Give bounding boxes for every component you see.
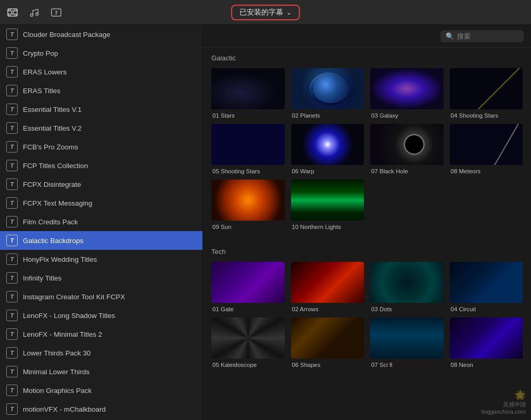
- tech-thumb-5: [291, 317, 364, 359]
- title-icon-16: T: [6, 328, 18, 340]
- sidebar-item-7[interactable]: TFCP Titles Collection: [0, 156, 203, 175]
- sidebar-item-label-11: Galactic Backdrops: [23, 237, 83, 245]
- tech-label-6: 07 Sci fi: [370, 361, 444, 369]
- search-input-wrap[interactable]: 🔍: [440, 30, 524, 42]
- tech-item-6[interactable]: 07 Sci fi: [367, 315, 447, 371]
- title-icon-11: T: [6, 235, 18, 246]
- galactic-thumb-9: [291, 180, 364, 221]
- tech-item-0[interactable]: 01 Gate: [208, 260, 288, 315]
- sidebar-item-12[interactable]: THonyPix Wedding Titles: [0, 250, 203, 269]
- sidebar-item-16[interactable]: TLenoFX - Minimal Titles 2: [0, 325, 203, 343]
- title-icon-4: T: [6, 104, 18, 115]
- sidebar-item-label-14: Instagram Creator Tool Kit FCPX: [23, 293, 125, 301]
- sidebar-item-label-12: HonyPix Wedding Titles: [23, 256, 97, 263]
- sidebar-item-1[interactable]: TCrypto Pop: [0, 44, 203, 62]
- svg-point-8: [8, 9, 9, 10]
- sidebar-item-0[interactable]: TClouder Broadcast Package: [0, 25, 203, 44]
- sidebar-item-20[interactable]: TmotionVFX - mChalkboard: [0, 400, 203, 418]
- tech-item-3[interactable]: 04 Circuit: [447, 260, 526, 315]
- chevron-down-icon: ⌄: [286, 9, 292, 16]
- sidebar-item-label-3: ERAS Titles: [23, 87, 60, 95]
- sidebar-item-5[interactable]: TEssential Titles V.2: [0, 119, 203, 137]
- sidebar-item-8[interactable]: TFCPX Disintegrate: [0, 175, 203, 194]
- sidebar-item-label-4: Essential Titles V.1: [23, 106, 82, 113]
- sidebar-item-label-7: FCP Titles Collection: [23, 162, 88, 170]
- tech-label-5: 06 Shapes: [291, 361, 364, 369]
- tech-thumb-0: [211, 262, 285, 303]
- svg-point-7: [11, 11, 14, 14]
- sidebar-item-4[interactable]: TEssential Titles V.1: [0, 100, 203, 119]
- sidebar-item-10[interactable]: TFilm Credits Pack: [0, 212, 203, 231]
- galactic-item-7[interactable]: 08 Meteors: [447, 122, 526, 177]
- galactic-label-1: 02 Planets: [291, 112, 364, 120]
- main-content: TClouder Broadcast PackageTCrypto PopTER…: [0, 25, 531, 420]
- sidebar-item-11[interactable]: TGalactic Backdrops⬅: [0, 231, 203, 250]
- galactic-label-7: 08 Meteors: [450, 168, 523, 175]
- sidebar-item-19[interactable]: TMotion Graphics Pack: [0, 381, 203, 400]
- title-t-icon[interactable]: T: [49, 5, 64, 20]
- music-note-icon[interactable]: [27, 5, 42, 20]
- sidebar-item-15[interactable]: TLenoFX - Long Shadow Titles: [0, 306, 203, 325]
- title-icon-15: T: [6, 310, 18, 321]
- galactic-item-0[interactable]: 01 Stars: [208, 66, 288, 122]
- galactic-item-1[interactable]: 02 Planets: [288, 66, 368, 122]
- galactic-item-8[interactable]: 09 Sun: [208, 177, 288, 233]
- svg-text:T: T: [55, 10, 58, 16]
- sidebar-item-label-19: Motion Graphics Pack: [23, 387, 92, 394]
- sidebar-item-label-5: Essential Titles V.2: [23, 124, 82, 132]
- galactic-item-4[interactable]: 05 Shooting Stars: [208, 122, 288, 177]
- tech-item-2[interactable]: 03 Dots: [367, 260, 447, 315]
- galactic-label-2: 03 Galaxy: [370, 112, 444, 120]
- sidebar-item-17[interactable]: TLower Thirds Pack 30: [0, 343, 203, 362]
- film-reel-icon[interactable]: [5, 5, 20, 20]
- search-input[interactable]: [457, 32, 519, 40]
- title-icon-6: T: [6, 141, 18, 152]
- title-icon-17: T: [6, 347, 18, 359]
- title-icon-14: T: [6, 291, 18, 302]
- sidebar-item-label-10: Film Credits Pack: [23, 218, 78, 226]
- title-icon-13: T: [6, 272, 18, 284]
- galactic-item-6[interactable]: 07 Black Hole: [367, 122, 447, 177]
- galactic-item-3[interactable]: 04 Shooting Stars: [447, 66, 526, 122]
- svg-point-13: [36, 12, 39, 15]
- galactic-grid: 01 Stars02 Planets03 Galaxy04 Shooting S…: [203, 66, 531, 241]
- tech-item-1[interactable]: 02 Arrows: [288, 260, 368, 315]
- tech-item-5[interactable]: 06 Shapes: [288, 315, 368, 371]
- sidebar-item-label-17: Lower Thirds Pack 30: [23, 349, 91, 357]
- galactic-label-0: 01 Stars: [211, 112, 285, 120]
- tech-item-4[interactable]: 05 Kaleidoscope: [208, 315, 288, 371]
- title-icon-20: T: [6, 403, 18, 415]
- dropdown-label: 已安装的字幕: [239, 8, 283, 17]
- right-panel: 🔍 Galactic 01 Stars02 Planets03 Galaxy04…: [203, 25, 531, 420]
- sidebar-item-3[interactable]: TERAS Titles: [0, 81, 203, 100]
- tech-item-7[interactable]: 08 Neon: [447, 315, 526, 371]
- sidebar-item-2[interactable]: TERAS Lowers: [0, 62, 203, 81]
- svg-point-10: [8, 15, 9, 16]
- sidebar-item-13[interactable]: TInfinity Titles: [0, 269, 203, 287]
- installed-subtitles-dropdown[interactable]: 已安装的字幕 ⌄: [231, 5, 300, 20]
- galactic-label-9: 10 Northern Lights: [291, 223, 364, 231]
- galactic-thumb-8: [211, 180, 285, 221]
- galactic-item-5[interactable]: 06 Warp: [288, 122, 368, 177]
- sidebar-item-6[interactable]: TFCB's Pro Zooms: [0, 137, 203, 156]
- galactic-label-3: 04 Shooting Stars: [450, 112, 523, 120]
- tech-thumb-2: [370, 262, 444, 303]
- tech-section-title: Tech: [203, 241, 531, 260]
- galactic-label-8: 09 Sun: [211, 223, 285, 231]
- title-icon-3: T: [6, 85, 18, 96]
- search-bar: 🔍: [203, 25, 531, 48]
- sidebar-item-label-2: ERAS Lowers: [23, 68, 67, 76]
- sidebar-item-18[interactable]: TMinimal Lower Thirds: [0, 362, 203, 381]
- galactic-label-5: 06 Warp: [291, 168, 364, 175]
- tech-grid: 01 Gate02 Arrows03 Dots04 Circuit05 Kale…: [203, 260, 531, 379]
- galactic-item-9[interactable]: 10 Northern Lights: [288, 177, 368, 233]
- tech-thumb-3: [450, 262, 523, 303]
- galactic-item-2[interactable]: 03 Galaxy: [367, 66, 447, 122]
- title-icon-12: T: [6, 253, 18, 265]
- galactic-label-4: 05 Shooting Stars: [211, 168, 285, 175]
- title-icon-0: T: [6, 29, 18, 40]
- sidebar-item-9[interactable]: TFCPX Text Messaging: [0, 194, 203, 212]
- sidebar-item-14[interactable]: TInstagram Creator Tool Kit FCPX: [0, 287, 203, 306]
- top-bar: T 已安装的字幕 ⌄: [0, 0, 531, 25]
- sidebar-item-label-0: Clouder Broadcast Package: [23, 31, 110, 39]
